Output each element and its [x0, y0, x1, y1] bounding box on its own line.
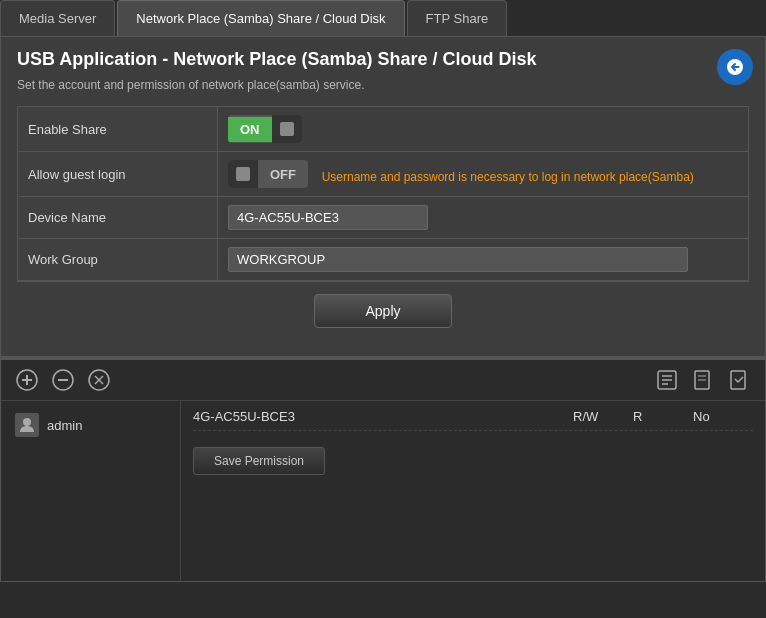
svg-point-16 [23, 418, 31, 426]
allow-guest-row: Allow guest login OFF Username and passw… [18, 152, 749, 197]
permissions-header: 4G-AC55U-BCE3 R/W R No [193, 409, 753, 431]
apply-button[interactable]: Apply [314, 294, 451, 328]
perm-icon-1[interactable] [653, 366, 681, 394]
perm-rw-header: R/W [573, 409, 633, 424]
guest-warning: Username and password is necessary to lo… [322, 170, 694, 184]
toggle-off-label: OFF [258, 162, 308, 187]
toolbar-left [13, 366, 113, 394]
allow-guest-toggle[interactable]: OFF [228, 160, 308, 188]
work-group-input[interactable] [228, 247, 688, 272]
allow-guest-label: Allow guest login [18, 152, 218, 197]
main-content: USB Application - Network Place (Samba) … [0, 36, 766, 582]
remove-user-icon[interactable] [49, 366, 77, 394]
save-permission-button[interactable]: Save Permission [193, 447, 325, 475]
device-name-input[interactable] [228, 205, 428, 230]
user-name: admin [47, 418, 82, 433]
tab-network-place[interactable]: Network Place (Samba) Share / Cloud Disk [117, 0, 404, 36]
user-permission-area: admin 4G-AC55U-BCE3 R/W R No Save Permis… [1, 401, 765, 581]
bottom-section: admin 4G-AC55U-BCE3 R/W R No Save Permis… [1, 358, 765, 581]
list-item[interactable]: admin [9, 409, 172, 441]
work-group-label: Work Group [18, 239, 218, 281]
enable-share-toggle[interactable]: ON [228, 115, 302, 143]
perm-no-header: No [693, 409, 753, 424]
user-list: admin [1, 401, 181, 581]
top-section: USB Application - Network Place (Samba) … [1, 37, 765, 358]
apply-row: Apply [17, 281, 749, 340]
svg-rect-15 [731, 371, 745, 389]
enable-share-label: Enable Share [18, 107, 218, 152]
edit-user-icon[interactable] [85, 366, 113, 394]
settings-form: Enable Share ON Allow guest login OFF Us… [17, 106, 749, 281]
permissions-toolbar [1, 360, 765, 401]
page-title: USB Application - Network Place (Samba) … [17, 49, 749, 70]
enable-share-row: Enable Share ON [18, 107, 749, 152]
work-group-row: Work Group [18, 239, 749, 281]
back-button[interactable] [717, 49, 753, 85]
page-description: Set the account and permission of networ… [17, 78, 749, 92]
perm-icon-3[interactable] [725, 366, 753, 394]
perm-r-header: R [633, 409, 693, 424]
tab-bar: Media Server Network Place (Samba) Share… [0, 0, 766, 36]
tab-ftp-share[interactable]: FTP Share [407, 0, 508, 36]
avatar [15, 413, 39, 437]
tab-media-server[interactable]: Media Server [0, 0, 115, 36]
toolbar-right [653, 366, 753, 394]
toggle-slider2 [228, 160, 258, 188]
toggle-on-label: ON [228, 117, 272, 142]
device-name-label: Device Name [18, 197, 218, 239]
perm-device-header: 4G-AC55U-BCE3 [193, 409, 573, 424]
perm-icon-2[interactable] [689, 366, 717, 394]
add-user-icon[interactable] [13, 366, 41, 394]
device-name-row: Device Name [18, 197, 749, 239]
toggle-slider [272, 115, 302, 143]
permissions-panel: 4G-AC55U-BCE3 R/W R No Save Permission [181, 401, 765, 581]
